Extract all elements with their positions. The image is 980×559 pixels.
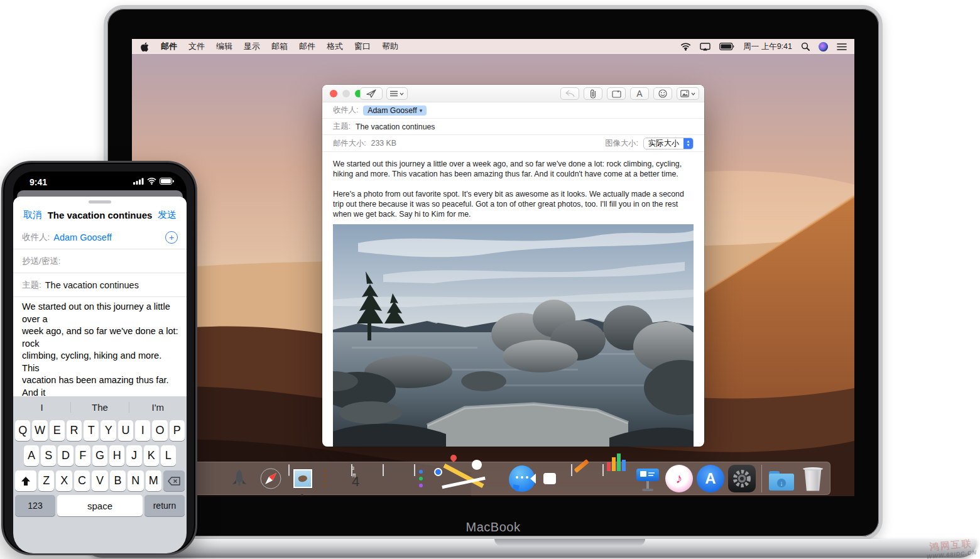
macbook-label: MacBook bbox=[107, 520, 879, 535]
reply-button[interactable] bbox=[560, 87, 579, 100]
dock-icon-mail[interactable] bbox=[288, 465, 316, 492]
prediction-1[interactable]: I bbox=[13, 402, 70, 413]
dock-icon-launchpad[interactable] bbox=[226, 465, 253, 492]
key-l[interactable]: L bbox=[161, 445, 176, 466]
attach-button[interactable] bbox=[584, 87, 602, 100]
dock-icon-contacts[interactable] bbox=[320, 465, 347, 492]
to-field-ios[interactable]: 收件人: Adam Gooseff + bbox=[13, 225, 187, 249]
key-j[interactable]: J bbox=[126, 445, 141, 466]
minimize-window-button[interactable] bbox=[342, 90, 350, 97]
key-b[interactable]: B bbox=[110, 470, 126, 491]
subject-label: 主题: bbox=[333, 121, 351, 132]
key-e[interactable]: E bbox=[50, 420, 65, 441]
prediction-2[interactable]: The bbox=[70, 402, 128, 413]
menu-edit[interactable]: 编辑 bbox=[210, 41, 238, 52]
dock-icon-notes[interactable] bbox=[383, 465, 410, 492]
menu-window[interactable]: 窗口 bbox=[349, 41, 376, 52]
key-w[interactable]: W bbox=[32, 420, 47, 441]
dock-icon-pages[interactable] bbox=[571, 465, 599, 492]
key-c[interactable]: C bbox=[74, 470, 90, 491]
sheet-grab-handle[interactable] bbox=[89, 200, 111, 204]
dock-icon-downloads-folder[interactable]: ↓ bbox=[768, 465, 795, 492]
key-d[interactable]: D bbox=[58, 445, 73, 466]
dock-icon-maps[interactable] bbox=[445, 465, 473, 492]
dock-icon-facetime[interactable] bbox=[540, 465, 567, 492]
dock-icon-safari[interactable] bbox=[257, 465, 285, 492]
predictive-bar: I The I'm bbox=[13, 396, 187, 418]
key-h[interactable]: H bbox=[109, 445, 124, 466]
key-q[interactable]: Q bbox=[15, 420, 30, 441]
subject-field[interactable]: 主题: The vacation continues bbox=[322, 119, 704, 135]
dock-icon-app-store[interactable]: A bbox=[697, 465, 724, 492]
key-i[interactable]: I bbox=[135, 420, 150, 441]
key-o[interactable]: O bbox=[152, 420, 167, 441]
key-y[interactable]: Y bbox=[101, 420, 116, 441]
siri-menu-icon[interactable] bbox=[819, 42, 828, 52]
dock-icon-system-preferences[interactable] bbox=[728, 465, 756, 492]
return-key[interactable]: return bbox=[144, 495, 185, 516]
menu-file[interactable]: 文件 bbox=[183, 41, 210, 52]
close-window-button[interactable] bbox=[330, 90, 337, 97]
backspace-key[interactable] bbox=[163, 470, 185, 491]
menu-message[interactable]: 邮件 bbox=[293, 41, 321, 52]
to-value-ios[interactable]: Adam Gooseff bbox=[53, 232, 111, 242]
key-p[interactable]: P bbox=[170, 420, 185, 441]
prediction-3[interactable]: I'm bbox=[129, 402, 187, 413]
key-n[interactable]: N bbox=[128, 470, 143, 491]
dock-icon-calendar[interactable]: 3月 4 bbox=[351, 465, 379, 492]
menu-help[interactable]: 帮助 bbox=[376, 41, 404, 52]
image-size-select[interactable]: 实际大小 ▲▼ bbox=[643, 138, 694, 149]
key-x[interactable]: X bbox=[56, 470, 72, 491]
wifi-icon[interactable] bbox=[680, 43, 691, 51]
cancel-button[interactable]: 取消 bbox=[23, 209, 42, 221]
macbook-display: 邮件 文件 编辑 显示 邮箱 邮件 格式 窗口 帮助 周一 上午9:41 bbox=[132, 39, 854, 496]
send-button-ios[interactable]: 发送 bbox=[158, 209, 177, 221]
stationery-button[interactable] bbox=[607, 87, 626, 100]
iphone-screen: 9:41 取消 The vacation continues 发送 收件人: A… bbox=[13, 171, 187, 553]
dock-icon-trash[interactable] bbox=[799, 465, 827, 492]
numbers-key[interactable]: 123 bbox=[15, 495, 55, 516]
shift-key[interactable] bbox=[15, 470, 36, 491]
key-u[interactable]: U bbox=[118, 420, 133, 441]
recipient-token[interactable]: Adam Gooseff ▾ bbox=[363, 106, 427, 116]
attached-photo[interactable] bbox=[333, 224, 694, 447]
key-a[interactable]: A bbox=[24, 445, 39, 466]
dock-icon-itunes[interactable]: ♪ bbox=[665, 465, 693, 492]
dock-icon-keynote[interactable] bbox=[634, 465, 662, 492]
cc-bcc-field[interactable]: 抄送/密送: bbox=[13, 249, 187, 273]
space-key[interactable]: space bbox=[57, 495, 143, 516]
keyboard-row-3: Z X C V B N M bbox=[13, 470, 187, 491]
photo-browser-button[interactable] bbox=[677, 87, 699, 100]
format-button[interactable]: A bbox=[630, 87, 649, 100]
dock-icon-numbers[interactable] bbox=[602, 465, 630, 492]
key-k[interactable]: K bbox=[144, 445, 159, 466]
airplay-display-icon[interactable] bbox=[700, 43, 710, 51]
to-field[interactable]: 收件人: Adam Gooseff ▾ bbox=[322, 102, 704, 119]
battery-icon[interactable] bbox=[719, 43, 734, 50]
window-titlebar[interactable]: A bbox=[322, 85, 704, 102]
key-z[interactable]: Z bbox=[38, 470, 54, 491]
menu-format[interactable]: 格式 bbox=[321, 41, 349, 52]
menu-clock[interactable]: 周一 上午9:41 bbox=[743, 41, 792, 52]
notification-center-icon[interactable] bbox=[837, 43, 847, 51]
menu-mail[interactable]: 邮件 bbox=[155, 41, 183, 52]
add-contact-icon[interactable]: + bbox=[165, 231, 178, 244]
apple-menu-icon[interactable] bbox=[141, 42, 149, 52]
header-fields-button[interactable] bbox=[386, 87, 408, 100]
emoji-button[interactable] bbox=[653, 87, 672, 100]
menu-mailbox[interactable]: 邮箱 bbox=[266, 41, 293, 52]
key-m[interactable]: M bbox=[146, 470, 161, 491]
send-button[interactable] bbox=[360, 87, 383, 100]
key-v[interactable]: V bbox=[92, 470, 107, 491]
key-g[interactable]: G bbox=[92, 445, 107, 466]
key-r[interactable]: R bbox=[67, 420, 82, 441]
dock-icon-photos[interactable] bbox=[477, 465, 504, 492]
stepper-arrows-icon: ▲▼ bbox=[683, 138, 693, 149]
spotlight-search-icon[interactable] bbox=[801, 42, 810, 51]
dock-icon-siri[interactable] bbox=[194, 465, 222, 492]
subject-field-ios[interactable]: 主题: The vacation continues bbox=[13, 273, 187, 297]
key-t[interactable]: T bbox=[84, 420, 99, 441]
menu-view[interactable]: 显示 bbox=[238, 41, 266, 52]
key-f[interactable]: F bbox=[75, 445, 90, 466]
key-s[interactable]: S bbox=[41, 445, 56, 466]
